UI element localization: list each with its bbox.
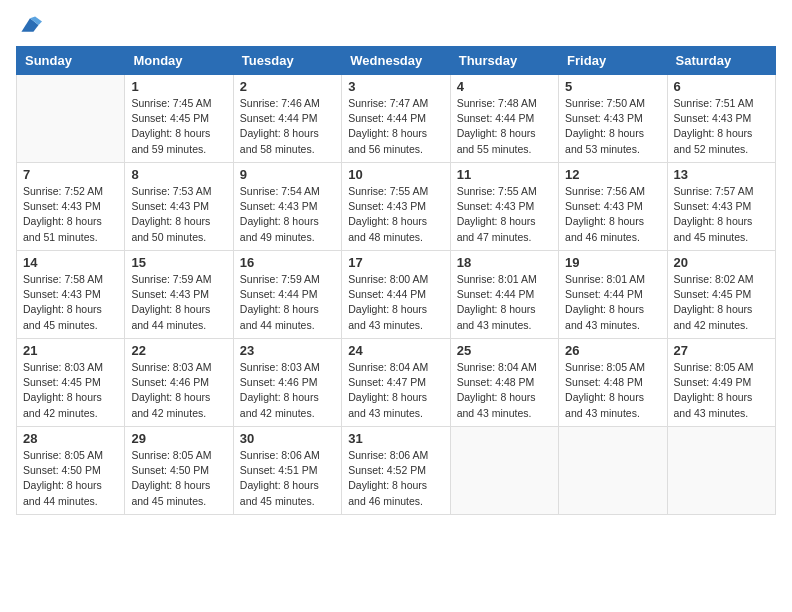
day-info: Sunrise: 7:51 AM Sunset: 4:43 PM Dayligh…: [674, 96, 769, 157]
calendar-cell: 26Sunrise: 8:05 AM Sunset: 4:48 PM Dayli…: [559, 339, 667, 427]
week-row-4: 21Sunrise: 8:03 AM Sunset: 4:45 PM Dayli…: [17, 339, 776, 427]
day-info: Sunrise: 7:58 AM Sunset: 4:43 PM Dayligh…: [23, 272, 118, 333]
day-number: 8: [131, 167, 226, 182]
day-info: Sunrise: 8:06 AM Sunset: 4:51 PM Dayligh…: [240, 448, 335, 509]
day-info: Sunrise: 7:53 AM Sunset: 4:43 PM Dayligh…: [131, 184, 226, 245]
calendar-cell: 7Sunrise: 7:52 AM Sunset: 4:43 PM Daylig…: [17, 163, 125, 251]
day-info: Sunrise: 8:05 AM Sunset: 4:50 PM Dayligh…: [131, 448, 226, 509]
day-number: 6: [674, 79, 769, 94]
calendar-cell: 6Sunrise: 7:51 AM Sunset: 4:43 PM Daylig…: [667, 75, 775, 163]
day-number: 9: [240, 167, 335, 182]
day-number: 22: [131, 343, 226, 358]
day-info: Sunrise: 8:04 AM Sunset: 4:48 PM Dayligh…: [457, 360, 552, 421]
weekday-header-monday: Monday: [125, 47, 233, 75]
calendar-cell: 10Sunrise: 7:55 AM Sunset: 4:43 PM Dayli…: [342, 163, 450, 251]
calendar-cell: [450, 427, 558, 515]
calendar-cell: 21Sunrise: 8:03 AM Sunset: 4:45 PM Dayli…: [17, 339, 125, 427]
day-number: 12: [565, 167, 660, 182]
day-number: 16: [240, 255, 335, 270]
calendar-cell: 8Sunrise: 7:53 AM Sunset: 4:43 PM Daylig…: [125, 163, 233, 251]
weekday-header-friday: Friday: [559, 47, 667, 75]
calendar-cell: 30Sunrise: 8:06 AM Sunset: 4:51 PM Dayli…: [233, 427, 341, 515]
calendar-cell: 22Sunrise: 8:03 AM Sunset: 4:46 PM Dayli…: [125, 339, 233, 427]
calendar-cell: 19Sunrise: 8:01 AM Sunset: 4:44 PM Dayli…: [559, 251, 667, 339]
day-number: 29: [131, 431, 226, 446]
weekday-header-saturday: Saturday: [667, 47, 775, 75]
weekday-header-tuesday: Tuesday: [233, 47, 341, 75]
calendar-cell: 28Sunrise: 8:05 AM Sunset: 4:50 PM Dayli…: [17, 427, 125, 515]
day-info: Sunrise: 7:52 AM Sunset: 4:43 PM Dayligh…: [23, 184, 118, 245]
day-number: 23: [240, 343, 335, 358]
day-info: Sunrise: 8:02 AM Sunset: 4:45 PM Dayligh…: [674, 272, 769, 333]
calendar-cell: 29Sunrise: 8:05 AM Sunset: 4:50 PM Dayli…: [125, 427, 233, 515]
day-number: 14: [23, 255, 118, 270]
calendar-cell: 18Sunrise: 8:01 AM Sunset: 4:44 PM Dayli…: [450, 251, 558, 339]
day-number: 30: [240, 431, 335, 446]
week-row-1: 1Sunrise: 7:45 AM Sunset: 4:45 PM Daylig…: [17, 75, 776, 163]
weekday-header-row: SundayMondayTuesdayWednesdayThursdayFrid…: [17, 47, 776, 75]
day-number: 5: [565, 79, 660, 94]
calendar-cell: 11Sunrise: 7:55 AM Sunset: 4:43 PM Dayli…: [450, 163, 558, 251]
calendar-cell: 2Sunrise: 7:46 AM Sunset: 4:44 PM Daylig…: [233, 75, 341, 163]
day-number: 20: [674, 255, 769, 270]
calendar-cell: 15Sunrise: 7:59 AM Sunset: 4:43 PM Dayli…: [125, 251, 233, 339]
day-info: Sunrise: 8:01 AM Sunset: 4:44 PM Dayligh…: [565, 272, 660, 333]
day-number: 4: [457, 79, 552, 94]
day-info: Sunrise: 8:04 AM Sunset: 4:47 PM Dayligh…: [348, 360, 443, 421]
day-number: 1: [131, 79, 226, 94]
calendar-cell: 12Sunrise: 7:56 AM Sunset: 4:43 PM Dayli…: [559, 163, 667, 251]
weekday-header-sunday: Sunday: [17, 47, 125, 75]
calendar-cell: [667, 427, 775, 515]
calendar-cell: 27Sunrise: 8:05 AM Sunset: 4:49 PM Dayli…: [667, 339, 775, 427]
day-info: Sunrise: 7:57 AM Sunset: 4:43 PM Dayligh…: [674, 184, 769, 245]
weekday-header-wednesday: Wednesday: [342, 47, 450, 75]
weekday-header-thursday: Thursday: [450, 47, 558, 75]
logo: [16, 16, 42, 34]
day-info: Sunrise: 7:54 AM Sunset: 4:43 PM Dayligh…: [240, 184, 335, 245]
calendar-cell: [17, 75, 125, 163]
calendar-cell: [559, 427, 667, 515]
week-row-2: 7Sunrise: 7:52 AM Sunset: 4:43 PM Daylig…: [17, 163, 776, 251]
day-info: Sunrise: 8:03 AM Sunset: 4:46 PM Dayligh…: [131, 360, 226, 421]
day-number: 10: [348, 167, 443, 182]
page-header: [16, 16, 776, 34]
calendar-cell: 16Sunrise: 7:59 AM Sunset: 4:44 PM Dayli…: [233, 251, 341, 339]
day-number: 21: [23, 343, 118, 358]
day-info: Sunrise: 7:56 AM Sunset: 4:43 PM Dayligh…: [565, 184, 660, 245]
calendar-cell: 14Sunrise: 7:58 AM Sunset: 4:43 PM Dayli…: [17, 251, 125, 339]
day-info: Sunrise: 7:46 AM Sunset: 4:44 PM Dayligh…: [240, 96, 335, 157]
day-info: Sunrise: 8:05 AM Sunset: 4:48 PM Dayligh…: [565, 360, 660, 421]
day-number: 17: [348, 255, 443, 270]
day-info: Sunrise: 7:55 AM Sunset: 4:43 PM Dayligh…: [348, 184, 443, 245]
day-info: Sunrise: 7:59 AM Sunset: 4:43 PM Dayligh…: [131, 272, 226, 333]
day-number: 15: [131, 255, 226, 270]
calendar-cell: 20Sunrise: 8:02 AM Sunset: 4:45 PM Dayli…: [667, 251, 775, 339]
day-info: Sunrise: 8:03 AM Sunset: 4:45 PM Dayligh…: [23, 360, 118, 421]
day-info: Sunrise: 7:59 AM Sunset: 4:44 PM Dayligh…: [240, 272, 335, 333]
day-number: 11: [457, 167, 552, 182]
week-row-5: 28Sunrise: 8:05 AM Sunset: 4:50 PM Dayli…: [17, 427, 776, 515]
calendar-cell: 31Sunrise: 8:06 AM Sunset: 4:52 PM Dayli…: [342, 427, 450, 515]
day-info: Sunrise: 8:00 AM Sunset: 4:44 PM Dayligh…: [348, 272, 443, 333]
calendar-cell: 9Sunrise: 7:54 AM Sunset: 4:43 PM Daylig…: [233, 163, 341, 251]
calendar-cell: 25Sunrise: 8:04 AM Sunset: 4:48 PM Dayli…: [450, 339, 558, 427]
day-number: 25: [457, 343, 552, 358]
day-info: Sunrise: 7:45 AM Sunset: 4:45 PM Dayligh…: [131, 96, 226, 157]
day-number: 13: [674, 167, 769, 182]
day-number: 19: [565, 255, 660, 270]
day-info: Sunrise: 7:47 AM Sunset: 4:44 PM Dayligh…: [348, 96, 443, 157]
week-row-3: 14Sunrise: 7:58 AM Sunset: 4:43 PM Dayli…: [17, 251, 776, 339]
day-number: 7: [23, 167, 118, 182]
day-number: 24: [348, 343, 443, 358]
day-number: 2: [240, 79, 335, 94]
day-info: Sunrise: 8:06 AM Sunset: 4:52 PM Dayligh…: [348, 448, 443, 509]
day-info: Sunrise: 8:05 AM Sunset: 4:50 PM Dayligh…: [23, 448, 118, 509]
day-info: Sunrise: 8:01 AM Sunset: 4:44 PM Dayligh…: [457, 272, 552, 333]
calendar-cell: 23Sunrise: 8:03 AM Sunset: 4:46 PM Dayli…: [233, 339, 341, 427]
day-info: Sunrise: 7:50 AM Sunset: 4:43 PM Dayligh…: [565, 96, 660, 157]
day-info: Sunrise: 8:05 AM Sunset: 4:49 PM Dayligh…: [674, 360, 769, 421]
day-info: Sunrise: 7:55 AM Sunset: 4:43 PM Dayligh…: [457, 184, 552, 245]
calendar-cell: 3Sunrise: 7:47 AM Sunset: 4:44 PM Daylig…: [342, 75, 450, 163]
day-number: 26: [565, 343, 660, 358]
day-number: 28: [23, 431, 118, 446]
